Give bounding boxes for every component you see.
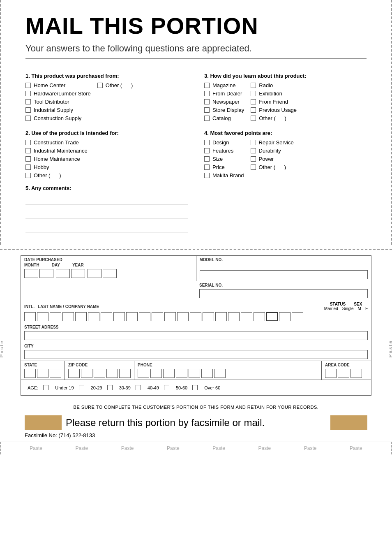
age-cb-2[interactable] — [79, 385, 84, 390]
q3-magazine[interactable]: Magazine — [204, 82, 244, 88]
q4-price[interactable]: Price — [204, 164, 244, 170]
q1-other[interactable]: Other ( ) — [97, 82, 133, 88]
q4-size[interactable]: Size — [204, 156, 244, 162]
name-box-18[interactable] — [241, 312, 252, 321]
checkbox-other-q3[interactable] — [251, 116, 256, 121]
q3-exhibition[interactable]: Exhibition — [251, 90, 297, 97]
checkbox-design[interactable] — [204, 140, 210, 145]
q3-radio[interactable]: Radio — [251, 82, 297, 88]
age-cb-5[interactable] — [164, 385, 169, 390]
checkbox-other-q2[interactable] — [25, 173, 31, 178]
q1-item-2[interactable]: Hardware/Lumber Store — [25, 90, 91, 97]
name-box-11[interactable] — [152, 312, 163, 321]
q4-features[interactable]: Features — [204, 148, 244, 154]
q4-durability[interactable]: Durability — [251, 148, 294, 154]
paste-3: Paste — [121, 445, 134, 451]
age-cb-1[interactable] — [43, 385, 48, 390]
q2-item-4[interactable]: Hobby — [25, 164, 188, 170]
name-box-21[interactable] — [279, 312, 291, 321]
q2-other[interactable]: Other ( ) — [25, 172, 188, 178]
age-cb-6[interactable] — [192, 385, 198, 390]
q4-repair[interactable]: Repair Service — [251, 139, 294, 146]
checkbox-dealer[interactable] — [204, 91, 210, 96]
name-box-6[interactable] — [88, 312, 99, 321]
checkbox-tool-dist[interactable] — [25, 99, 31, 104]
name-box-2[interactable] — [37, 312, 48, 321]
checkbox-exhibition[interactable] — [251, 91, 256, 96]
q2-item-3[interactable]: Home Maintenance — [25, 156, 188, 162]
paste-2: Paste — [76, 445, 88, 451]
checkbox-repair[interactable] — [251, 140, 256, 145]
q4-power[interactable]: Power — [251, 156, 294, 162]
q1-item-1[interactable]: Home Center — [25, 82, 91, 88]
name-box-15[interactable] — [203, 312, 214, 321]
checkbox-radio[interactable] — [251, 83, 256, 88]
day-box-2[interactable] — [71, 269, 85, 278]
checkbox-price[interactable] — [204, 164, 210, 170]
name-box-14[interactable] — [190, 312, 201, 321]
checkbox-store-display[interactable] — [204, 107, 210, 113]
checkbox-home-center[interactable] — [25, 83, 31, 88]
age-cb-4[interactable] — [136, 385, 141, 390]
checkbox-power[interactable] — [251, 156, 256, 162]
name-box-8[interactable] — [113, 312, 125, 321]
checkbox-newspaper[interactable] — [204, 99, 210, 104]
checkbox-features[interactable] — [204, 148, 210, 153]
q4-other[interactable]: Other ( ) — [251, 164, 294, 170]
year-box-2[interactable] — [103, 269, 117, 278]
q3-other[interactable]: Other ( ) — [251, 115, 297, 121]
q3-previous[interactable]: Previous Usage — [251, 107, 297, 113]
q4-design[interactable]: Design — [204, 139, 244, 146]
age-cb-3[interactable] — [107, 385, 113, 390]
checkbox-catalog[interactable] — [204, 116, 210, 121]
checkbox-industrial[interactable] — [25, 107, 31, 113]
q2-item-1[interactable]: Construction Trade — [25, 139, 188, 146]
q1-item-3[interactable]: Tool Distributor — [25, 99, 91, 105]
checkbox-other-q1[interactable] — [97, 83, 103, 88]
checkbox-makita[interactable] — [204, 173, 210, 178]
checkbox-magazine[interactable] — [204, 83, 210, 88]
checkbox-other-q4[interactable] — [251, 164, 256, 170]
day-box-1[interactable] — [56, 269, 70, 278]
name-box-17[interactable] — [228, 312, 240, 321]
name-box-19[interactable] — [254, 312, 265, 321]
name-box-4[interactable] — [62, 312, 74, 321]
checkbox-hobby[interactable] — [25, 164, 31, 170]
name-box-1[interactable] — [24, 312, 36, 321]
checkbox-previous[interactable] — [251, 107, 256, 113]
q3-friend[interactable]: From Friend — [251, 99, 297, 105]
q4-makita[interactable]: Makita Brand — [204, 172, 244, 178]
year-box-1[interactable] — [88, 269, 101, 278]
name-box-16[interactable] — [215, 312, 227, 321]
q1-item-4[interactable]: Industrial Supply — [25, 107, 91, 113]
checkbox-construction-trade[interactable] — [25, 140, 31, 145]
checkbox-industrial-maint[interactable] — [25, 148, 31, 153]
q1-item-5[interactable]: Construction Supply — [25, 115, 91, 121]
checkbox-home-maint[interactable] — [25, 156, 31, 162]
month-box-1[interactable] — [24, 269, 38, 278]
q3-dealer[interactable]: From Dealer — [204, 90, 244, 97]
q2-item-2[interactable]: Industrial Maintenance — [25, 148, 188, 154]
q3-store[interactable]: Store Display — [204, 107, 244, 113]
name-box-13[interactable] — [177, 312, 189, 321]
checkbox-friend[interactable] — [251, 99, 256, 104]
fax-text: Facsimile No: (714) 522-8133 — [12, 432, 380, 442]
name-box-9[interactable] — [126, 312, 138, 321]
q3-catalog[interactable]: Catalog — [204, 115, 244, 121]
name-box-5[interactable] — [75, 312, 87, 321]
age-row: AGE: Under 19 20-29 30-39 40-49 50-60 Ov… — [24, 382, 368, 394]
checkbox-construction[interactable] — [25, 116, 31, 121]
serial-cell: SERIAL NO. — [196, 281, 371, 300]
q3-newspaper[interactable]: Newspaper — [204, 99, 244, 105]
name-box-10[interactable] — [139, 312, 150, 321]
name-box-22[interactable] — [292, 312, 303, 321]
name-box-20[interactable] — [266, 312, 278, 321]
checkbox-hardware[interactable] — [25, 91, 31, 96]
checkbox-size[interactable] — [204, 156, 210, 162]
name-box-3[interactable] — [50, 312, 61, 321]
name-box-7[interactable] — [101, 312, 112, 321]
checkbox-durability[interactable] — [251, 148, 256, 153]
comment-line-1 — [25, 195, 188, 204]
month-box-2[interactable] — [39, 269, 53, 278]
name-box-12[interactable] — [164, 312, 176, 321]
